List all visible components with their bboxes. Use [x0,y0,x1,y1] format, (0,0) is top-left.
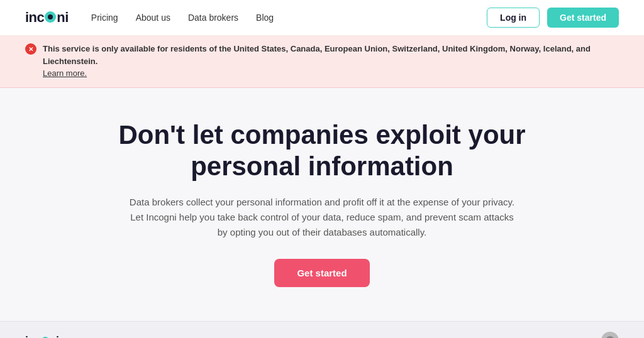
alert-text: This service is only available for resid… [43,43,619,80]
hero-subtitle: Data brokers collect your personal infor… [127,195,517,240]
preview-logo-start: inc [25,334,41,338]
nav-item-pricing[interactable]: Pricing [91,12,118,23]
preview-logo: incni [25,334,59,338]
preview-avatar [601,332,619,338]
preview-bar: incni [25,332,619,338]
nav-link-blog[interactable]: Blog [256,13,274,23]
preview-logo-end: ni [50,334,59,338]
preview-section: incni [0,321,644,338]
get-started-hero-button[interactable]: Get started [274,259,369,287]
get-started-nav-button[interactable]: Get started [547,8,619,28]
login-button[interactable]: Log in [487,8,540,28]
nav-link-pricing[interactable]: Pricing [91,13,118,23]
alert-close-icon[interactable] [25,43,36,55]
alert-learn-more-link[interactable]: Learn more. [43,68,87,78]
navbar-left: incni Pricing About us Data brokers Blog [25,9,274,26]
alert-main-text: This service is only available for resid… [43,44,591,66]
hero-section: Don't let companies exploit your persona… [0,88,644,307]
nav-link-about[interactable]: About us [136,13,170,23]
logo-text-end: ni [57,9,69,26]
alert-banner: This service is only available for resid… [0,35,644,88]
nav-item-blog[interactable]: Blog [256,12,274,23]
logo[interactable]: incni [25,9,69,26]
logo-text-start: inc [25,9,44,26]
navbar-right: Log in Get started [487,8,619,28]
nav-item-data-brokers[interactable]: Data brokers [188,12,238,23]
nav-link-data-brokers[interactable]: Data brokers [188,13,238,23]
logo-icon [45,11,56,23]
nav-links: Pricing About us Data brokers Blog [91,12,274,23]
navbar: incni Pricing About us Data brokers Blog… [0,0,644,35]
nav-item-about[interactable]: About us [136,12,170,23]
hero-title: Don't let companies exploit your persona… [108,119,536,183]
